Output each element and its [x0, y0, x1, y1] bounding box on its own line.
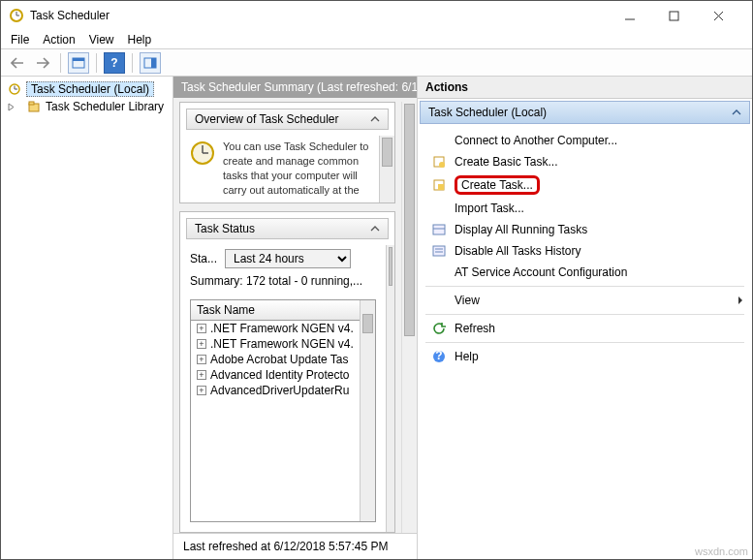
- summary-scrollbar[interactable]: [401, 102, 417, 533]
- separator: [425, 342, 744, 343]
- menu-help[interactable]: Help: [128, 33, 152, 47]
- svg-rect-22: [438, 184, 444, 190]
- overview-section: Overview of Task Scheduler You can use T…: [179, 102, 395, 203]
- overview-text: You can use Task Scheduler to create and…: [223, 140, 369, 197]
- task-row[interactable]: +.NET Framework NGEN v4.: [191, 336, 360, 352]
- actions-context-header: Task Scheduler (Local): [420, 101, 750, 124]
- toolbar-separator: [60, 53, 61, 73]
- overview-scrollbar[interactable]: [379, 136, 394, 202]
- forward-button[interactable]: [32, 52, 53, 74]
- last-refreshed-label: Last refreshed at 6/12/2018 5:57:45 PM: [173, 533, 417, 559]
- task-row[interactable]: +Advanced Identity Protecto: [191, 367, 360, 383]
- action-connect-computer[interactable]: Connect to Another Computer...: [418, 130, 752, 151]
- back-button[interactable]: [7, 52, 28, 74]
- status-range-select[interactable]: Last 24 hours: [225, 249, 351, 268]
- app-icon: [9, 8, 24, 23]
- expand-icon[interactable]: +: [197, 324, 206, 333]
- toolbar: ?: [1, 49, 752, 77]
- import-icon: [431, 201, 447, 216]
- history-icon: [431, 243, 447, 259]
- svg-rect-25: [433, 246, 445, 256]
- task-list: Task Name +.NET Framework NGEN v4. +.NET…: [190, 299, 376, 522]
- running-tasks-icon: [431, 222, 447, 237]
- help-icon: ?: [431, 349, 447, 364]
- menu-action[interactable]: Action: [43, 33, 75, 47]
- tree-library[interactable]: Task Scheduler Library: [46, 100, 164, 113]
- task-status-section: Task Status Sta... Last 24 hours: [179, 211, 395, 533]
- task-icon: [431, 177, 447, 193]
- toolbar-separator: [96, 53, 97, 73]
- refresh-icon: [431, 321, 447, 336]
- separator: [425, 286, 744, 287]
- summary-pane: Task Scheduler Summary (Last refreshed: …: [173, 77, 418, 559]
- task-row[interactable]: +AdvancedDriverUpdaterRu: [191, 383, 360, 398]
- task-scheduler-window: Task Scheduler File Action View Help: [0, 0, 753, 560]
- close-button[interactable]: [713, 11, 740, 21]
- toolbar-separator: [132, 53, 133, 73]
- library-icon: [26, 99, 42, 114]
- svg-rect-4: [670, 12, 678, 20]
- window-title: Task Scheduler: [30, 9, 110, 22]
- action-at-service[interactable]: AT Service Account Configuration: [418, 262, 752, 283]
- titlebar: Task Scheduler: [1, 1, 752, 30]
- collapse-icon[interactable]: [732, 109, 741, 116]
- status-section-scrollbar[interactable]: [386, 245, 394, 532]
- collapse-icon[interactable]: [370, 115, 380, 123]
- action-create-task[interactable]: Create Task...: [418, 172, 752, 198]
- task-row[interactable]: +.NET Framework NGEN v4.: [191, 321, 360, 336]
- task-basic-icon: [431, 154, 447, 170]
- minimize-button[interactable]: [624, 10, 651, 21]
- show-hide-action-pane-button[interactable]: [140, 52, 161, 74]
- chevron-right-icon: [737, 296, 744, 305]
- menu-view[interactable]: View: [89, 33, 114, 47]
- clock-icon: [7, 81, 22, 97]
- menu-bar: File Action View Help: [1, 30, 752, 49]
- task-list-scrollbar[interactable]: [360, 300, 375, 521]
- separator: [425, 314, 744, 315]
- actions-pane: Actions Task Scheduler (Local) Connect t…: [418, 77, 752, 559]
- expand-icon[interactable]: [7, 103, 22, 111]
- expand-icon[interactable]: +: [197, 339, 206, 349]
- action-import-task[interactable]: Import Task...: [418, 198, 752, 219]
- show-hide-console-button[interactable]: [68, 52, 89, 74]
- summary-header: Task Scheduler Summary (Last refreshed: …: [173, 77, 417, 98]
- status-summary: Summary: 172 total - 0 running,...: [180, 270, 386, 294]
- computer-icon: [431, 133, 447, 148]
- watermark: wsxdn.com: [695, 545, 748, 557]
- svg-text:?: ?: [435, 350, 442, 362]
- task-name-header[interactable]: Task Name: [191, 300, 360, 321]
- actions-header: Actions: [418, 77, 752, 99]
- create-task-label: Create Task...: [455, 175, 540, 195]
- svg-point-20: [439, 162, 445, 168]
- action-disable-history[interactable]: Disable All Tasks History: [418, 240, 752, 262]
- account-icon: [431, 264, 447, 280]
- view-icon: [431, 293, 447, 308]
- nav-tree: Task Scheduler (Local) Task Scheduler Li…: [1, 77, 173, 559]
- overview-title: Overview of Task Scheduler: [195, 112, 339, 126]
- action-display-running[interactable]: Display All Running Tasks: [418, 219, 752, 240]
- collapse-icon[interactable]: [370, 225, 380, 233]
- status-label: Sta...: [190, 252, 217, 265]
- task-status-title: Task Status: [195, 222, 255, 235]
- tree-root[interactable]: Task Scheduler (Local): [26, 81, 154, 97]
- task-row[interactable]: +Adobe Acrobat Update Tas: [191, 352, 360, 367]
- svg-rect-15: [29, 102, 34, 105]
- action-view-submenu[interactable]: View: [418, 290, 752, 311]
- clock-large-icon: [190, 140, 215, 167]
- action-create-basic-task[interactable]: Create Basic Task...: [418, 151, 752, 172]
- action-help[interactable]: ? Help: [418, 346, 752, 367]
- expand-icon[interactable]: +: [197, 355, 206, 364]
- svg-rect-10: [151, 58, 156, 68]
- expand-icon[interactable]: +: [197, 370, 206, 380]
- svg-rect-8: [73, 58, 84, 61]
- expand-icon[interactable]: +: [197, 386, 206, 395]
- svg-rect-23: [433, 225, 445, 234]
- action-refresh[interactable]: Refresh: [418, 318, 752, 339]
- maximize-button[interactable]: [669, 11, 696, 21]
- menu-file[interactable]: File: [11, 33, 29, 47]
- help-toolbar-button[interactable]: ?: [104, 52, 125, 74]
